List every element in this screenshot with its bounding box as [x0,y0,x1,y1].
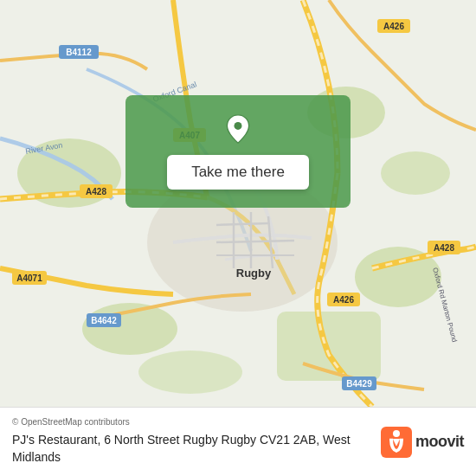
footer-text-block: © OpenStreetMap contributors PJ's Restau… [12,417,370,466]
moovit-logo: moovit [381,427,464,458]
svg-point-31 [235,122,242,130]
svg-point-5 [381,151,450,195]
address-text: PJ's Restaurant, 6 North Street Rugby Ru… [12,432,370,466]
take-me-there-button[interactable]: Take me there [167,155,309,190]
svg-text:Rugby: Rugby [236,267,272,280]
svg-point-7 [138,351,242,394]
svg-text:A428: A428 [434,243,454,253]
svg-text:A4071: A4071 [16,273,42,283]
svg-text:A426: A426 [383,22,404,31]
moovit-label: moovit [415,433,464,451]
svg-text:A428: A428 [86,187,106,196]
footer: © OpenStreetMap contributors PJ's Restau… [0,407,476,476]
svg-text:B4429: B4429 [346,379,372,389]
svg-point-33 [393,430,400,437]
svg-text:B4112: B4112 [66,48,92,57]
moovit-brand-icon [381,427,412,458]
location-pin-icon [222,113,254,145]
overlay-panel: Take me there [125,95,351,208]
osm-attribution: © OpenStreetMap contributors [12,417,370,427]
map-container: B4112 A426 A407 A428 A428 A4071 B4642 A4… [0,0,476,407]
svg-text:A426: A426 [333,295,354,305]
svg-text:B4642: B4642 [91,316,117,325]
